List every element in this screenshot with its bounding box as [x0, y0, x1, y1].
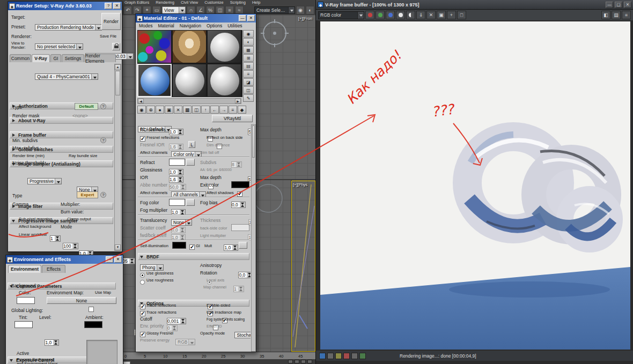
active-viewport-border[interactable] — [291, 181, 315, 352]
affect-shadows-checkbox[interactable] — [237, 191, 242, 197]
scroll-up-icon[interactable]: ▲ — [115, 64, 121, 70]
sample-type-icon[interactable]: ◉ — [243, 30, 254, 38]
environment-map-button[interactable]: None — [47, 297, 116, 304]
tint-color-swatch[interactable] — [14, 321, 33, 328]
background-icon[interactable]: ▦ — [243, 46, 254, 54]
back-side-color-swatch[interactable] — [231, 224, 249, 231]
preset-dropdown[interactable]: No preset selected — [35, 43, 83, 50]
sampler-type-dropdown[interactable]: Progressive — [27, 178, 62, 184]
red-channel-icon[interactable] — [365, 11, 374, 19]
put-to-scene-icon[interactable]: ⊕ — [146, 106, 155, 114]
color-corrections-icon[interactable]: ◧ — [601, 11, 610, 19]
go-forward-icon[interactable]: → — [219, 106, 228, 114]
vfb-progress-icon[interactable] — [335, 353, 342, 359]
sample-slot-checker[interactable] — [137, 30, 172, 63]
scroll-right-icon[interactable]: ▶ — [235, 99, 241, 103]
material-editor-titlebar[interactable]: ◆ Material Editor - 01 - Default — ✕ — [136, 14, 256, 23]
fog-color-swatch[interactable] — [169, 199, 185, 206]
viewport-label-front[interactable]: [+][Fron — [298, 16, 312, 21]
menu-utilities[interactable]: Utilities — [227, 23, 242, 28]
material-id-icon[interactable]: ≡ — [229, 106, 237, 114]
fog-color-map-button[interactable] — [186, 199, 195, 206]
vfb-info-icon[interactable] — [319, 353, 326, 359]
tab-render-elements[interactable]: Render Elements — [85, 54, 116, 62]
render-setup-scrollbar[interactable]: ▲ ▼ — [114, 64, 121, 251]
self-illumination-gi-checkbox[interactable] — [189, 244, 195, 250]
vfb-image-area[interactable] — [320, 21, 630, 350]
show-map-in-viewport-icon[interactable]: ▦ — [183, 106, 192, 114]
help-circle-icon[interactable]: ? — [100, 192, 106, 198]
environment-effects-titlebar[interactable]: ◆ Environment and Effects — ✕ — [6, 255, 123, 264]
render-setup-close-button[interactable]: ✕ — [113, 3, 121, 9]
scroll-down-icon[interactable]: ▼ — [115, 244, 121, 250]
mult-spinner[interactable]: 1,0 — [224, 244, 238, 251]
green-channel-icon[interactable] — [376, 11, 385, 19]
render-setup-titlebar[interactable]: ◆ Render Setup: V-Ray Adv 3.60.03 ? ✕ — [8, 2, 122, 10]
put-to-library-icon[interactable]: ◆ — [238, 106, 246, 114]
self-illumination-map-button[interactable] — [239, 242, 247, 249]
menu-material[interactable]: Material — [158, 23, 174, 28]
self-illumination-swatch[interactable] — [172, 242, 186, 249]
timeline-ruler[interactable]: 0 5 10 15 20 25 30 35 40 45 — [122, 352, 315, 359]
render-mask-map[interactable]: <none> — [72, 113, 88, 118]
sample-scrollbar[interactable]: ◀ ▶ — [137, 98, 241, 104]
refract-map-button[interactable] — [186, 159, 195, 166]
duplicate-buffer-icon[interactable]: ▣ — [437, 11, 446, 19]
render-button[interactable]: Render — [101, 13, 121, 30]
target-dropdown[interactable]: Production Rendering Mode — [35, 24, 102, 31]
sample-slot-sphere[interactable] — [172, 64, 207, 97]
sample-slot-active-material[interactable] — [137, 64, 172, 97]
sample-slot-sphere[interactable] — [207, 64, 241, 97]
backlight-icon[interactable]: ◐ — [243, 38, 254, 46]
material-options-icon[interactable]: ◪ — [243, 78, 254, 86]
menu-scripting[interactable]: Scripting — [230, 0, 246, 5]
blue-channel-icon[interactable] — [386, 11, 395, 19]
tab-effects[interactable]: Effects — [42, 265, 65, 273]
environment-effects-close-button[interactable]: ✕ — [114, 256, 122, 263]
go-backward-icon[interactable]: ← — [210, 106, 219, 114]
view-dropdown[interactable]: View — [162, 6, 186, 14]
tab-vray[interactable]: V-Ray — [32, 54, 50, 62]
material-type-button[interactable]: VRayMtl — [212, 115, 253, 122]
help-circle-icon[interactable]: ? — [100, 137, 106, 143]
lock-view-button[interactable] — [112, 43, 120, 50]
sample-slot-sphere[interactable] — [207, 30, 241, 63]
environment-effects-minimize-button[interactable]: — — [106, 256, 113, 263]
menu-modes[interactable]: Modes — [139, 23, 153, 28]
scroll-thumb[interactable] — [115, 71, 120, 95]
select-by-material-icon[interactable]: ◫ — [243, 86, 254, 94]
vfb-minimize-button[interactable]: — — [606, 2, 613, 8]
preserve-energy-dropdown[interactable]: RGB — [175, 339, 195, 345]
menu-customize[interactable]: Customize — [204, 0, 223, 5]
tab-gi[interactable]: GI — [50, 54, 61, 62]
vfb-settings-icon[interactable]: ≡ — [622, 11, 631, 19]
menu-graph-editors[interactable]: Graph Editors — [124, 0, 149, 5]
material-editor-minimize-button[interactable]: — — [239, 15, 246, 21]
vfb-close-button[interactable]: ✕ — [624, 2, 631, 8]
default-expert-toggle[interactable]: Default — [75, 103, 98, 110]
background-color-swatch[interactable] — [17, 297, 35, 304]
exit-color-swatch[interactable] — [231, 181, 249, 188]
menu-help[interactable]: Help — [252, 0, 260, 5]
get-material-icon[interactable]: ◉ — [137, 106, 146, 114]
render-setup-help-button[interactable]: ? — [105, 3, 112, 9]
undo-icon[interactable]: ↶ — [123, 6, 132, 14]
map-channel-spinner[interactable]: 1 — [233, 286, 244, 292]
menu-options[interactable]: Options — [207, 23, 222, 28]
material-map-navigator-icon[interactable]: ✎ — [243, 94, 254, 102]
go-to-parent-icon[interactable]: ↑ — [201, 106, 210, 114]
vfb-last-render-icon[interactable] — [359, 353, 366, 359]
viewport-label-physcamera[interactable]: [+][Phys — [293, 182, 307, 187]
sample-slot-interior[interactable] — [172, 30, 207, 63]
vfb-pause-render-icon[interactable] — [351, 353, 358, 359]
vfb-channel-dropdown[interactable]: RGB color — [318, 11, 364, 19]
min-subdivs-spinner[interactable]: 1 — [50, 235, 61, 242]
status-icon[interactable] — [301, 360, 306, 363]
reset-map-icon[interactable]: ▣ — [165, 106, 173, 114]
status-icon[interactable] — [307, 360, 312, 363]
vfb-titlebar[interactable]: ◆ V-Ray frame buffer - [100% of 1300 x 9… — [316, 0, 633, 10]
vfb-maximize-button[interactable]: ▢ — [615, 2, 622, 8]
menu-rendering[interactable]: Rendering — [156, 0, 174, 5]
max-subdivs-spinner[interactable]: 100 — [63, 243, 78, 249]
clear-image-icon[interactable]: ✕ — [426, 11, 436, 19]
